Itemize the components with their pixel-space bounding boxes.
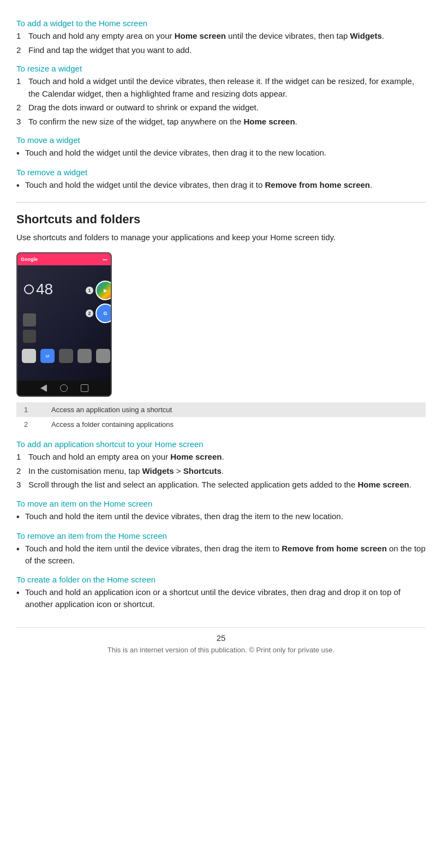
step-text: To confirm the new size of the widget, t… bbox=[28, 116, 297, 128]
caption-num-1: 1 bbox=[16, 402, 44, 417]
step-number: 3 bbox=[16, 116, 28, 128]
list-item: 1 Touch and hold a widget until the devi… bbox=[16, 75, 426, 100]
recents-button bbox=[81, 384, 88, 392]
page-footer: 25 This is an internet version of this p… bbox=[16, 627, 426, 654]
list-item: • Touch and hold the item until the devi… bbox=[16, 543, 426, 567]
move-widget-bullets: • Touch and hold the widget until the de… bbox=[16, 147, 426, 160]
step-number: 2 bbox=[16, 44, 28, 57]
signal-icons: ▪▪▪ bbox=[103, 257, 107, 262]
back-button bbox=[40, 384, 47, 392]
caption-row-2: 2 Access a folder containing application… bbox=[16, 417, 426, 432]
resize-widget-section: To resize a widget 1 Touch and hold a wi… bbox=[16, 64, 426, 128]
shortcuts-section: Shortcuts and folders Use shortcuts and … bbox=[16, 212, 426, 432]
move-item-section: To move an item on the Home screen • Tou… bbox=[16, 499, 426, 524]
app-icon bbox=[23, 330, 36, 343]
bullet-text: Touch and hold an application icon or a … bbox=[25, 586, 426, 611]
step-text: Touch and hold an empty area on your Hom… bbox=[28, 451, 224, 463]
list-item: 3 To confirm the new size of the widget,… bbox=[16, 116, 426, 128]
step-text: Find and tap the widget that you want to… bbox=[28, 44, 192, 57]
remove-item-title: To remove an item from the Home screen bbox=[16, 531, 426, 540]
bullet-text: Touch and hold the widget until the devi… bbox=[25, 147, 326, 160]
caption-text-1: Access an application using a shortcut bbox=[44, 402, 426, 417]
add-widget-steps: 1 Touch and hold any empty area on your … bbox=[16, 30, 426, 56]
home-icon bbox=[96, 349, 110, 363]
caption-row-1: 1 Access an application using a shortcut bbox=[16, 402, 426, 417]
bullet-icon: • bbox=[16, 179, 25, 192]
device-mockup: Google ▪▪▪ 48 bbox=[16, 252, 112, 397]
device-image-container: Google ▪▪▪ 48 bbox=[16, 252, 426, 397]
badge-item-1: 1 ▶ bbox=[86, 281, 112, 300]
app-icons-area bbox=[23, 313, 36, 343]
resize-widget-steps: 1 Touch and hold a widget until the devi… bbox=[16, 75, 426, 128]
step-number: 1 bbox=[16, 30, 28, 43]
bullet-icon: • bbox=[16, 543, 25, 567]
move-item-title: To move an item on the Home screen bbox=[16, 499, 426, 508]
remove-item-section: To remove an item from the Home screen •… bbox=[16, 531, 426, 567]
bullet-text: Touch and hold the item until the device… bbox=[25, 543, 426, 567]
caption-num-2: 2 bbox=[16, 417, 44, 432]
add-shortcut-section: To add an application shortcut to your H… bbox=[16, 439, 426, 491]
shortcuts-intro: Use shortcuts and folders to manage your… bbox=[16, 231, 426, 243]
move-item-bullets: • Touch and hold the item until the devi… bbox=[16, 510, 426, 524]
step-text: Touch and hold any empty area on your Ho… bbox=[28, 30, 384, 43]
list-item: • Touch and hold the widget until the de… bbox=[16, 179, 426, 192]
list-item: • Touch and hold the widget until the de… bbox=[16, 147, 426, 160]
resize-widget-title: To resize a widget bbox=[16, 64, 426, 73]
playstore-badge: ▶ bbox=[95, 281, 112, 300]
clock-icon bbox=[24, 284, 34, 294]
google-logo-text: Google bbox=[21, 257, 38, 262]
list-item: 2 Drag the dots inward or outward to shr… bbox=[16, 102, 426, 114]
badge-number-1: 1 bbox=[86, 287, 93, 294]
section-divider bbox=[16, 202, 426, 203]
step-text: Touch and hold a widget until the device… bbox=[28, 75, 426, 100]
step-number: 1 bbox=[16, 75, 28, 100]
caption-text-2: Access a folder containing applications bbox=[44, 417, 426, 432]
bullet-text: Touch and hold the widget until the devi… bbox=[25, 179, 372, 192]
list-item: 2 Find and tap the widget that you want … bbox=[16, 44, 426, 57]
bullet-icon: • bbox=[16, 147, 25, 160]
device-screen: Google ▪▪▪ 48 bbox=[17, 253, 111, 396]
clock-display: 48 bbox=[24, 281, 53, 298]
clock-time: 48 bbox=[36, 281, 53, 298]
create-folder-bullets: • Touch and hold an application icon or … bbox=[16, 586, 426, 611]
home-icon bbox=[22, 349, 36, 363]
shortcut-badges: 1 ▶ 2 G bbox=[86, 281, 112, 323]
remove-widget-title: To remove a widget bbox=[16, 168, 426, 177]
add-widget-section: To add a widget to the Home screen 1 Tou… bbox=[16, 19, 426, 56]
app-icon bbox=[23, 313, 36, 326]
bullet-text: Touch and hold the item until the device… bbox=[25, 510, 343, 524]
list-item: 1 Touch and hold an empty area on your H… bbox=[16, 451, 426, 463]
step-text: In the customisation menu, tap Widgets >… bbox=[28, 465, 224, 478]
move-widget-title: To move a widget bbox=[16, 135, 426, 145]
home-button bbox=[60, 384, 68, 392]
step-text: Drag the dots inward or outward to shrin… bbox=[28, 102, 259, 114]
add-widget-title: To add a widget to the Home screen bbox=[16, 19, 426, 28]
list-item: 3 Scroll through the list and select an … bbox=[16, 479, 426, 491]
move-widget-section: To move a widget • Touch and hold the wi… bbox=[16, 135, 426, 160]
step-number: 2 bbox=[16, 102, 28, 114]
step-text: Scroll through the list and select an ap… bbox=[28, 479, 411, 491]
caption-table: 1 Access an application using a shortcut… bbox=[16, 402, 426, 432]
remove-widget-bullets: • Touch and hold the widget until the de… bbox=[16, 179, 426, 192]
remove-widget-section: To remove a widget • Touch and hold the … bbox=[16, 168, 426, 192]
add-shortcut-steps: 1 Touch and hold an empty area on your H… bbox=[16, 451, 426, 491]
home-icons-row: M bbox=[22, 349, 110, 363]
list-item: • Touch and hold the item until the devi… bbox=[16, 510, 426, 524]
shortcuts-heading: Shortcuts and folders bbox=[16, 212, 426, 227]
list-item: • Touch and hold an application icon or … bbox=[16, 586, 426, 611]
bullet-icon: • bbox=[16, 510, 25, 524]
home-icon: M bbox=[40, 349, 55, 363]
status-bar: Google ▪▪▪ bbox=[17, 253, 111, 265]
badge-item-2: 2 G bbox=[86, 304, 112, 323]
home-icon bbox=[59, 349, 73, 363]
bullet-icon: • bbox=[16, 586, 25, 611]
badge-number-2: 2 bbox=[86, 310, 93, 317]
list-item: 1 Touch and hold any empty area on your … bbox=[16, 30, 426, 43]
footer-note: This is an internet version of this publ… bbox=[16, 646, 426, 654]
home-icon bbox=[77, 349, 92, 363]
page-number: 25 bbox=[16, 633, 426, 643]
step-number: 1 bbox=[16, 451, 28, 463]
nav-bar bbox=[17, 381, 111, 396]
create-folder-title: To create a folder on the Home screen bbox=[16, 575, 426, 584]
step-number: 2 bbox=[16, 465, 28, 478]
